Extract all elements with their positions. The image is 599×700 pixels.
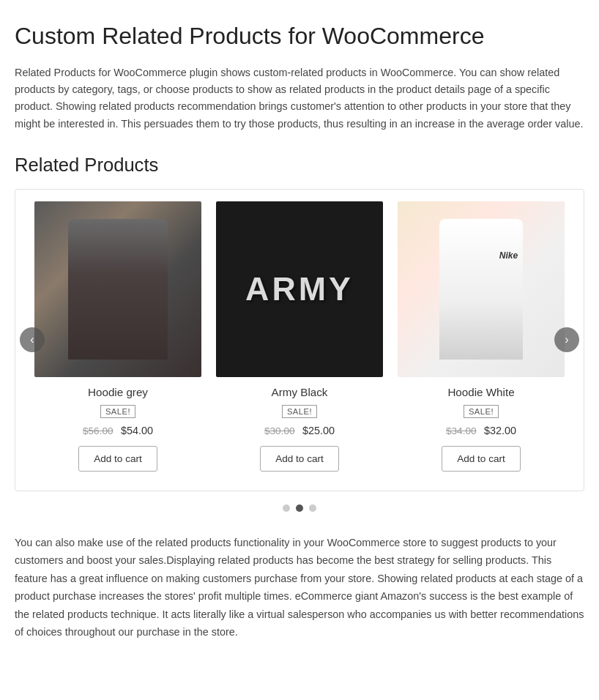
product-card: Hoodie grey SALE! $56.00 $54.00 Add to c…: [27, 201, 209, 479]
carousel-next-button[interactable]: ›: [554, 327, 579, 352]
product-image-army-black: [216, 201, 383, 377]
carousel-dot-1[interactable]: [283, 504, 290, 512]
sale-badge: SALE!: [282, 405, 317, 418]
product-name: Hoodie grey: [34, 386, 201, 398]
price-row: $30.00 $25.00: [216, 424, 383, 437]
section-title: Related Products: [15, 154, 584, 176]
price-row: $56.00 $54.00: [34, 424, 201, 437]
product-card: Hoodie White SALE! $34.00 $32.00 Add to …: [390, 201, 572, 479]
carousel-prev-button[interactable]: ‹: [20, 327, 45, 352]
price-sale: $25.00: [302, 425, 335, 436]
products-row: Hoodie grey SALE! $56.00 $54.00 Add to c…: [27, 201, 572, 479]
carousel-dots: [15, 504, 584, 512]
price-original: $34.00: [446, 425, 477, 436]
sale-badge: SALE!: [100, 405, 135, 418]
product-image-hoodie-white: [398, 201, 565, 377]
price-sale: $54.00: [121, 425, 153, 436]
carousel-dot-3[interactable]: [309, 504, 316, 512]
sale-badge: SALE!: [464, 405, 499, 418]
product-carousel: ‹ Hoodie grey SALE! $56.00 $54.00 Add to…: [15, 189, 584, 491]
intro-text: Related Products for WooCommerce plugin …: [15, 64, 584, 132]
page-title: Custom Related Products for WooCommerce: [15, 22, 584, 50]
price-sale: $32.00: [484, 425, 516, 436]
product-image-hoodie-grey: [34, 201, 201, 377]
product-name: Hoodie White: [398, 386, 565, 398]
price-row: $34.00 $32.00: [398, 424, 565, 437]
bottom-description: You can also make use of the related pro…: [15, 534, 584, 641]
price-original: $56.00: [83, 425, 114, 436]
product-name: Army Black: [216, 386, 383, 398]
add-to-cart-button[interactable]: Add to cart: [78, 446, 157, 472]
add-to-cart-button[interactable]: Add to cart: [260, 446, 339, 472]
product-card: Army Black SALE! $30.00 $25.00 Add to ca…: [209, 201, 390, 479]
price-original: $30.00: [264, 425, 295, 436]
carousel-dot-2[interactable]: [296, 504, 303, 512]
add-to-cart-button[interactable]: Add to cart: [442, 446, 521, 472]
